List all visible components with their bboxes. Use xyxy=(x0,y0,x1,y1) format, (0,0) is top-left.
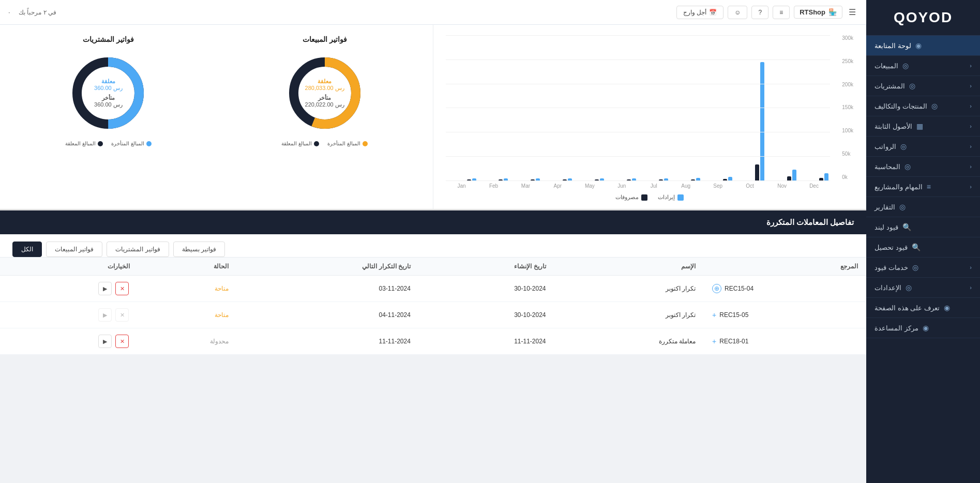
orange-dot xyxy=(363,141,368,146)
recurring-table: المرجع الإسم تاريخ الإنشاء تاريخ التكرار… xyxy=(0,258,866,355)
dark-dot2 xyxy=(98,141,103,146)
notification-button[interactable]: ☺ xyxy=(728,6,747,19)
purchase-invoices-title: فواتير المشتريات xyxy=(83,35,134,43)
col-ref: المرجع xyxy=(704,258,866,276)
play-button-2[interactable]: ▶ xyxy=(98,308,112,322)
sidebar-item-salaries[interactable]: ‹ ◎ الرواتب xyxy=(866,137,980,157)
bar-chart-area: 300k 250k 200k 150k 100k 50k 0k xyxy=(446,35,854,181)
sales-legend-overdue: المبالغ المتأخرة xyxy=(327,141,368,146)
xaxis-jun: Jun xyxy=(606,183,638,189)
bar-revenue-jan xyxy=(472,178,476,181)
sidebar-item-learn[interactable]: ◉ تعرف على هذه الصفحة xyxy=(866,298,980,318)
dark-dot xyxy=(314,141,319,146)
tab-simple-invoices[interactable]: فواتير بسيطة xyxy=(173,242,225,257)
play-button-1[interactable]: ▶ xyxy=(98,282,112,295)
purchase-donut-svg xyxy=(67,52,149,134)
xaxis-oct: Oct xyxy=(734,183,766,189)
shop-icon: 🏪 xyxy=(828,8,837,16)
sidebar-item-settings[interactable]: ‹ ◎ الإعدادات xyxy=(866,278,980,298)
schedule-label: أجل وارج xyxy=(683,9,706,16)
cell-status-1: متاحة xyxy=(138,276,237,302)
xaxis-jul: Jul xyxy=(638,183,670,189)
sidebar-item-reports[interactable]: ◎ التقارير xyxy=(866,197,980,217)
sidebar-item-sales[interactable]: ‹ ◎ المبيعات xyxy=(866,56,980,76)
sidebar-item-assets[interactable]: ‹ ▦ الأصول الثابتة xyxy=(866,116,980,137)
sidebar-item-collection-entries[interactable]: 🔍 قيود تحصيل xyxy=(866,237,980,258)
bar-group-apr xyxy=(541,178,574,181)
sidebar-item-purchases[interactable]: ‹ ◎ المشتريات xyxy=(866,76,980,96)
sidebar-item-accounting[interactable]: ‹ ◎ المحاسبة xyxy=(866,157,980,177)
xaxis-feb: Feb xyxy=(478,183,510,189)
bar-group-aug xyxy=(670,178,702,181)
sidebar-item-help[interactable]: ◉ مركز المساعدة xyxy=(866,318,980,338)
cell-status-3: محدولة xyxy=(138,328,237,355)
xaxis-mar: Mar xyxy=(509,183,541,189)
cell-name-3: معاملة متكررة xyxy=(554,328,704,355)
sidebar-item-label: تعرف على هذه الصفحة xyxy=(875,304,940,312)
play-button-3[interactable]: ▶ xyxy=(98,335,112,348)
shop-selector[interactable]: 🏪 RTShop xyxy=(794,6,842,19)
list-view-button[interactable]: ≡ xyxy=(773,6,790,19)
bar-group-feb xyxy=(478,178,510,181)
revenue-dot xyxy=(677,194,684,201)
sidebar-item-label: الإعدادات xyxy=(875,284,901,292)
sales-icon: ◎ xyxy=(902,62,909,70)
legend-expense: مصروفات xyxy=(615,194,647,201)
cell-next-1: 03-11-2024 xyxy=(237,276,419,302)
purchase-legend-pending: المبالغ المعلقة xyxy=(65,141,103,146)
reports-icon: ◎ xyxy=(899,203,906,211)
help-button[interactable]: ? xyxy=(751,6,768,19)
sidebar-item-label: الرواتب xyxy=(875,143,896,150)
xaxis-jan: Jan xyxy=(446,183,478,189)
search-icon: 🔍 xyxy=(902,223,911,231)
purchase-donut-legend: المبالغ المتأخرة المبالغ المعلقة xyxy=(65,141,152,146)
delete-button-2[interactable]: ✕ xyxy=(115,308,129,322)
cell-name-2: تكرار اكتوبر xyxy=(554,302,704,328)
sidebar-item-entry-services[interactable]: ‹ ◎ خدمات قيود xyxy=(866,258,980,278)
search-icon: 🔍 xyxy=(912,243,921,251)
plus-icon-3[interactable]: + xyxy=(712,337,716,345)
recurring-tabs: فواتير بسيطة فواتير المشتريات فواتير الم… xyxy=(0,234,866,258)
cell-next-2: 04-11-2024 xyxy=(237,302,419,328)
menu-icon[interactable]: ☰ xyxy=(847,5,858,19)
xaxis-aug: Aug xyxy=(670,183,702,189)
delete-button-1[interactable]: ✕ xyxy=(115,282,129,295)
status-badge-3: محدولة xyxy=(210,338,229,345)
sidebar-item-label: المشتريات xyxy=(875,82,905,90)
purchase-legend-overdue-label: المبالغ المتأخرة xyxy=(111,141,144,146)
chevron-icon: ‹ xyxy=(970,63,972,69)
tab-all[interactable]: الكل xyxy=(12,242,42,257)
cell-name-1: تكرار اكتوبر xyxy=(554,276,704,302)
sidebar-item-quick-entries[interactable]: 🔍 قيود ليند xyxy=(866,217,980,237)
tab-purchase-invoices[interactable]: فواتير المشتريات xyxy=(107,242,169,257)
user-dot: · xyxy=(8,8,10,16)
status-badge-2: متاحة xyxy=(215,311,229,319)
sidebar-item-label: قيود تحصيل xyxy=(875,244,908,251)
circle-plus-icon[interactable]: ⊕ xyxy=(712,284,721,293)
sidebar-item-dashboard[interactable]: ◉ لوحة المتابعة xyxy=(866,36,980,56)
help-icon: ◉ xyxy=(923,324,929,332)
sidebar-item-products[interactable]: ‹ ◎ المنتجات والتكاليف xyxy=(866,96,980,116)
expense-label: مصروفات xyxy=(615,194,639,201)
sidebar-item-label: خدمات قيود xyxy=(875,264,908,271)
plus-icon-2[interactable]: + xyxy=(712,311,716,319)
purchase-legend-pending-label: المبالغ المعلقة xyxy=(65,141,96,146)
schedule-button[interactable]: 📅 أجل وارج xyxy=(676,6,723,19)
bar-revenue-sep xyxy=(728,177,732,181)
cell-created-2: 30-10-2024 xyxy=(419,302,554,328)
question-icon: ? xyxy=(758,9,762,16)
bar-revenue-dec xyxy=(824,173,828,181)
tab-sales-invoices[interactable]: فواتير المبيعات xyxy=(46,242,102,257)
legend-revenue: إيرادات xyxy=(658,194,684,201)
bar-revenue-mar xyxy=(536,178,540,181)
ref-value-1: REC15-04 xyxy=(725,285,753,292)
purchase-donut: معلقة رس 360.00 متأخر رس 360.00 xyxy=(67,52,149,134)
bar-chart: 300k 250k 200k 150k 100k 50k 0k xyxy=(446,35,854,201)
delete-button-3[interactable]: ✕ xyxy=(115,335,129,348)
xaxis-may: May xyxy=(574,183,606,189)
sales-legend-pending: المبالغ المعلقة xyxy=(281,141,319,146)
chevron-icon: ‹ xyxy=(970,123,972,129)
chart-legend: إيرادات مصروفات xyxy=(446,194,854,201)
bar-group-mar xyxy=(509,178,541,181)
sidebar-item-tasks[interactable]: ‹ ≡ المهام والمشاريع xyxy=(866,177,980,197)
